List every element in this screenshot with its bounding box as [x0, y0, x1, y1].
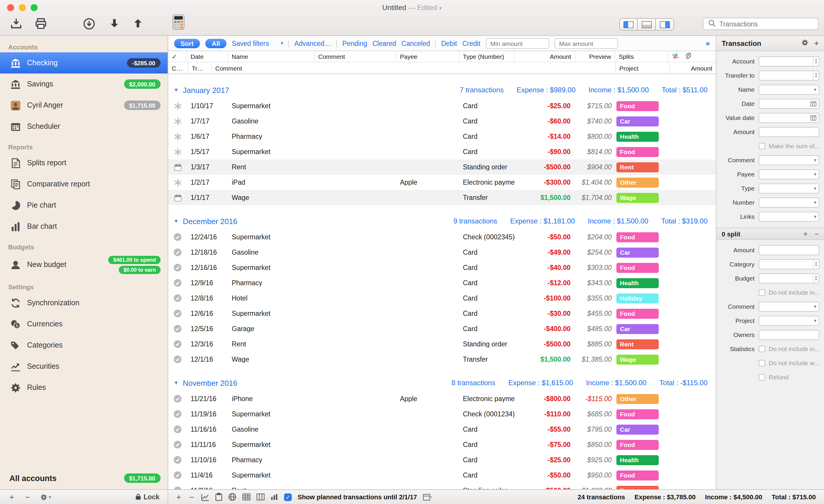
sidebar-item-scheduler[interactable]: Scheduler — [0, 116, 168, 137]
budget-field[interactable]: ▴▾ — [759, 273, 819, 283]
max-amount-input[interactable] — [554, 38, 618, 48]
amount-field[interactable] — [759, 245, 819, 255]
subcol-amount[interactable]: Amount — [670, 62, 716, 74]
col-comment[interactable]: Comment — [315, 51, 396, 62]
transaction-row[interactable]: 1/6/17 Pharmacy Card -$14.00 $800.00 Hea… — [168, 129, 716, 144]
credit-filter-button[interactable]: Credit — [462, 40, 480, 47]
sidebar-item-cyril-anger[interactable]: Cyril Anger $1,715.00 — [0, 95, 168, 116]
transaction-row[interactable]: 11/16/16 Gasoline Card -$55.00 $795.00 C… — [168, 422, 716, 437]
subcol-tr[interactable]: Tr… — [188, 62, 212, 74]
subcol-project[interactable]: Project — [616, 62, 670, 74]
min-amount-input[interactable] — [486, 38, 549, 48]
col-amount[interactable]: Amount — [515, 51, 575, 62]
download-transactions-button[interactable] — [82, 17, 96, 30]
lock-button[interactable]: Lock — [135, 493, 160, 501]
comment-field[interactable]: ▾ — [759, 301, 819, 311]
category-field[interactable]: ▴▾ — [759, 259, 819, 269]
sort-button[interactable]: Sort — [174, 38, 200, 48]
move-down-button[interactable] — [108, 17, 121, 29]
account-actions-button[interactable]: ▾ — [40, 493, 51, 501]
transaction-row[interactable]: 11/10/16 Pharmacy Card -$25.00 $925.00 H… — [168, 452, 716, 468]
show-planned-label[interactable]: Show planned transactions until 2/1/17 — [298, 493, 417, 500]
transaction-row[interactable]: 11/3/16 Rent Standing order -$500.00 $1,… — [168, 483, 716, 489]
transaction-row[interactable]: 12/16/16 Supermarket Card -$40.00 $303.0… — [168, 260, 716, 275]
project-field[interactable]: ▾ — [759, 315, 819, 325]
transaction-row[interactable]: 1/1/17 Wage Transfer $1,500.00 $1,704.00… — [168, 190, 716, 205]
transaction-row[interactable]: 11/21/16 iPhone Apple Electronic payment… — [168, 391, 716, 406]
transaction-row[interactable]: 12/9/16 Pharmacy Card -$12.00 $343.00 He… — [168, 275, 716, 291]
col-date[interactable]: Date — [187, 51, 228, 62]
sidebar-item-savings[interactable]: Savings $2,000.00 — [0, 74, 168, 95]
columns-view-icon[interactable] — [256, 493, 265, 500]
transaction-row[interactable]: 12/6/16 Supermarket Card -$30.00 $455.00… — [168, 306, 716, 321]
refund-checkbox[interactable] — [759, 374, 765, 380]
sidebar-item-pie-chart[interactable]: Pie chart — [0, 195, 168, 216]
add-transaction-button[interactable]: + — [175, 493, 182, 501]
transaction-row[interactable]: 12/8/16 Hotel Card -$100.00 $355.00 Holi… — [168, 291, 716, 306]
transfer-arrows-icon[interactable] — [672, 53, 679, 60]
saved-filters-dropdown[interactable]: Saved filters▾ — [232, 40, 283, 47]
account-field[interactable]: ▴▾ — [759, 56, 819, 66]
sidebar-item-checking[interactable]: Checking -$285.00 — [0, 53, 168, 74]
attachment-icon[interactable] — [685, 53, 691, 61]
canceled-filter-button[interactable]: Canceled — [401, 40, 430, 47]
line-chart-icon[interactable] — [201, 493, 209, 501]
col-payee[interactable]: Payee — [396, 51, 459, 62]
toggle-inspector-button[interactable] — [656, 18, 674, 30]
calculator-icon[interactable] — [172, 14, 185, 30]
owners-field[interactable] — [759, 330, 819, 340]
do-not-include-w-checkbox[interactable] — [759, 360, 765, 366]
pending-filter-button[interactable]: Pending — [342, 40, 367, 47]
show-planned-checkbox[interactable]: ✓ — [284, 493, 292, 501]
remove-account-button[interactable]: − — [24, 493, 31, 501]
col-splits[interactable]: Splits — [615, 51, 668, 62]
toggle-bottom-panel-button[interactable] — [637, 18, 656, 30]
links-field[interactable]: ▾ — [759, 211, 819, 221]
payee-field[interactable]: ▾ — [759, 169, 819, 179]
transfer-to-field[interactable]: ▴▾ — [759, 70, 819, 80]
transaction-row[interactable]: 1/10/17 Supermarket Card -$25.00 $715.00… — [168, 98, 716, 113]
clipboard-icon[interactable] — [215, 493, 222, 501]
do-not-include-in-checkbox[interactable] — [759, 289, 765, 296]
add-split-button[interactable]: + — [803, 230, 808, 238]
remove-split-button[interactable]: − — [815, 230, 819, 238]
number-field[interactable]: ▾ — [759, 197, 819, 207]
sidebar-item-rules[interactable]: Rules — [0, 377, 168, 398]
print-button[interactable] — [34, 17, 47, 30]
all-accounts-row[interactable]: All accounts $1,715.00 — [0, 467, 168, 489]
sidebar-item-splits-report[interactable]: Splits report — [0, 152, 168, 174]
transaction-row[interactable]: 1/7/17 Gasoline Card -$60.00 $740.00 Car — [168, 113, 716, 129]
transaction-row[interactable]: 12/5/16 Garage Card -$400.00 $485.00 Car — [168, 321, 716, 336]
month-header[interactable]: ▼ December 2016 9 transactions Expense :… — [168, 213, 716, 229]
move-up-button[interactable] — [132, 17, 144, 29]
disclosure-triangle-icon[interactable]: ▼ — [174, 218, 179, 224]
calendar-dropdown-icon[interactable] — [423, 493, 432, 501]
transaction-row[interactable]: 12/1/16 Wage Transfer $1,500.00 $1,385.0… — [168, 352, 716, 367]
transaction-row[interactable]: 1/2/17 iPad Apple Electronic payment -$3… — [168, 175, 716, 190]
sidebar-item-synchronization[interactable]: Synchronization — [0, 292, 168, 313]
inspector-gear-icon[interactable] — [801, 38, 809, 48]
col-type[interactable]: Type (Number) — [459, 51, 515, 62]
month-header[interactable]: ▼ January 2017 7 transactions Expense : … — [168, 82, 716, 98]
globe-icon[interactable] — [228, 493, 236, 501]
sidebar-item-bar-chart[interactable]: Bar chart — [0, 216, 168, 237]
debit-filter-button[interactable]: Debit — [441, 40, 457, 47]
table-view-icon[interactable] — [242, 493, 250, 500]
disclosure-triangle-icon[interactable]: ▼ — [174, 380, 179, 386]
amount-field[interactable] — [759, 127, 819, 137]
transaction-row[interactable]: 1/5/17 Supermarket Card -$90.00 $814.00 … — [168, 144, 716, 160]
name-field[interactable]: ▾ — [759, 84, 819, 94]
bar-chart-small-icon[interactable] — [271, 493, 278, 500]
sidebar-item-new-budget[interactable]: New budget $461.00 to spend $0.00 to ear… — [0, 252, 168, 277]
add-account-button[interactable]: + — [8, 493, 15, 501]
search-input[interactable] — [719, 20, 813, 27]
subcol-comment[interactable]: Comment — [212, 62, 616, 74]
import-button[interactable] — [9, 17, 23, 30]
cleared-filter-button[interactable]: Cleared — [372, 40, 396, 47]
transaction-row[interactable]: 11/11/16 Supermarket Card -$75.00 $850.0… — [168, 437, 716, 452]
inspector-add-icon[interactable]: + — [814, 39, 819, 47]
make-the-sum-of-checkbox[interactable] — [759, 142, 765, 149]
transaction-row[interactable]: 1/3/17 Rent Standing order -$500.00 $904… — [168, 160, 716, 175]
toggle-sidebar-button[interactable] — [619, 18, 637, 30]
transaction-row[interactable]: 12/24/16 Supermarket Check (0002345) -$5… — [168, 229, 716, 245]
